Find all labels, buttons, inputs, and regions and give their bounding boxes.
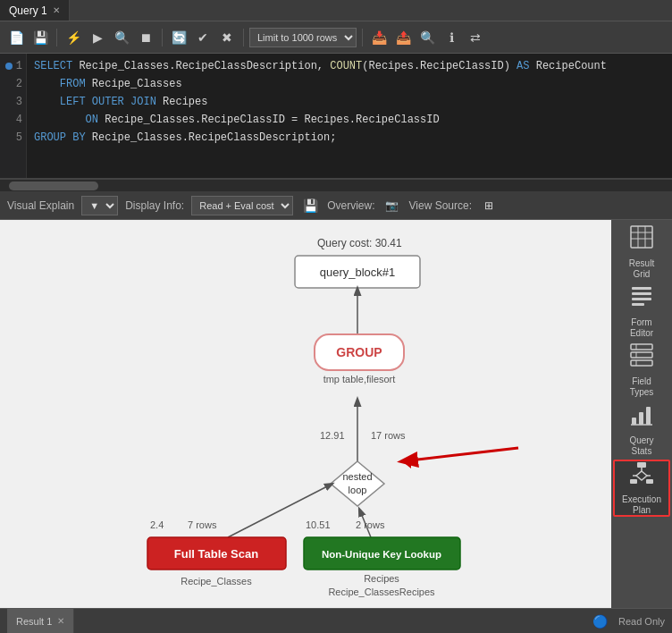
transaction-button[interactable]: 🔄 (168, 27, 189, 48)
field-types-icon (629, 342, 654, 373)
overview-label: Overview: (327, 199, 374, 212)
svg-rect-11 (631, 352, 652, 358)
line-1-number: 1 (5, 57, 22, 75)
horizontal-scrollbar[interactable] (0, 179, 672, 191)
stop-button[interactable]: ⏹ (135, 27, 156, 48)
commit-button[interactable]: ✔ (192, 27, 214, 48)
separator-3 (243, 29, 244, 46)
query-tab[interactable]: Query 1 ✕ (0, 0, 70, 21)
svg-rect-9 (632, 303, 644, 306)
read-only-label: Read Only (618, 616, 665, 627)
svg-rect-17 (639, 412, 643, 425)
query-stats-icon (629, 401, 654, 432)
field-types-label: FieldTypes (630, 376, 654, 398)
status-right: 🔵 Read Only (592, 614, 665, 629)
nested-loop-label-1: nested (342, 471, 372, 482)
tab-bar: Query 1 ✕ (0, 0, 672, 21)
non-unique-key-lookup-label: Non-Unique Key Lookup (322, 549, 441, 560)
visual-explain-label: Visual Explain (7, 199, 74, 212)
view-source-label: View Source: (409, 199, 472, 212)
svg-rect-12 (631, 360, 652, 366)
svg-rect-1 (631, 226, 652, 248)
svg-rect-20 (637, 462, 646, 468)
group-label: GROUP (336, 345, 382, 359)
sidebar-item-field-types[interactable]: FieldTypes (613, 342, 670, 399)
separator-1 (56, 29, 57, 46)
sidebar-item-form-editor[interactable]: FormEditor (613, 283, 670, 340)
result-grid-icon (629, 224, 654, 255)
main-content: Query cost: 30.41 query_block#1 GROUP tm… (0, 220, 672, 608)
result-tab[interactable]: Result 1 ✕ (7, 609, 74, 633)
line-5-number: 5 (5, 129, 22, 147)
rollback-button[interactable]: ✖ (216, 27, 238, 48)
run-button[interactable]: ⚡ (63, 27, 84, 48)
export-button[interactable]: 📤 (392, 27, 414, 48)
explain-bar: Visual Explain ▼ Display Info: Read + Ev… (0, 191, 672, 220)
nuk-rows: 2 rows (356, 519, 385, 530)
line-1-dot (5, 63, 13, 70)
nested-loop-label-2: loop (349, 485, 367, 495)
visual-explain-dropdown[interactable]: ▼ (81, 196, 118, 215)
result-grid-label: ResultGrid (629, 258, 654, 280)
svg-rect-8 (632, 298, 651, 300)
rows-label-17: 17 rows (371, 430, 406, 441)
explain-button[interactable]: 🔍 (111, 27, 132, 48)
execution-plan-label: ExecutionPlan (622, 494, 661, 516)
line-numbers: 1 2 3 4 5 (0, 54, 27, 178)
separator-2 (162, 29, 163, 46)
display-info-select[interactable]: Read + Eval cost (191, 196, 293, 215)
new-query-button[interactable]: 📄 (5, 27, 27, 48)
view-source-button[interactable]: ⊞ (479, 196, 499, 215)
svg-rect-18 (646, 407, 651, 425)
nuk-cost: 10.51 (306, 519, 331, 530)
svg-rect-16 (632, 418, 636, 425)
query-cost-label: Query cost: 30.41 (317, 237, 402, 249)
group-sub-label: tmp table,filesort (323, 374, 396, 384)
result-tab-close[interactable]: ✕ (57, 616, 64, 626)
full-table-scan-label: Full Table Scan (174, 547, 258, 561)
recipes-label: Recipes (364, 573, 399, 584)
line-2-number: 2 (5, 75, 22, 93)
fts-cost: 2.4 (150, 519, 164, 530)
run-selection-button[interactable]: ▶ (87, 27, 108, 48)
recipe-classes-label: Recipe_Classes (181, 576, 252, 587)
limit-select[interactable]: Limit to 1000 rows (249, 28, 357, 47)
fts-rows: 7 rows (188, 519, 217, 530)
editor-area: 1 2 3 4 5 SELECT Recipe_Classes.RecipeCl… (0, 54, 672, 179)
recipe-classes-recipes-label: Recipe_ClassesRecipes (328, 587, 435, 597)
svg-rect-10 (631, 344, 652, 350)
wrap-button[interactable]: ⇄ (465, 27, 486, 48)
svg-rect-7 (632, 292, 651, 295)
sidebar-item-result-grid[interactable]: ResultGrid (613, 224, 670, 281)
execution-plan-diagram: Query cost: 30.41 query_block#1 GROUP tm… (0, 220, 611, 608)
execution-plan-icon (629, 460, 654, 491)
tab-close-icon[interactable]: ✕ (53, 5, 60, 15)
display-info-label: Display Info: (125, 199, 184, 212)
separator-4 (362, 29, 363, 46)
search-button[interactable]: 🔍 (416, 27, 438, 48)
toolbar: 📄 💾 ⚡ ▶ 🔍 ⏹ 🔄 ✔ ✖ Limit to 1000 rows 📥 📤… (0, 21, 672, 54)
query-stats-label: QueryStats (629, 435, 653, 457)
svg-rect-25 (630, 479, 637, 484)
import-button[interactable]: 📥 (368, 27, 390, 48)
scrollbar-thumb[interactable] (9, 181, 98, 190)
code-editor[interactable]: SELECT Recipe_Classes.RecipeClassDescrip… (27, 54, 672, 178)
info-button[interactable]: ℹ (441, 27, 462, 48)
svg-rect-6 (632, 287, 651, 290)
line-3-number: 3 (5, 93, 22, 111)
save-button[interactable]: 💾 (29, 27, 51, 48)
form-editor-label: FormEditor (630, 317, 653, 339)
diagram-area: Query cost: 30.41 query_block#1 GROUP tm… (0, 220, 611, 608)
overview-button[interactable]: 📷 (382, 196, 402, 215)
query-block-label: query_block#1 (320, 266, 396, 279)
sidebar-item-query-stats[interactable]: QueryStats (613, 401, 670, 458)
tab-label: Query 1 (9, 4, 47, 17)
status-bar: Result 1 ✕ 🔵 Read Only (0, 608, 672, 633)
form-editor-icon (629, 283, 654, 314)
sidebar-item-execution-plan[interactable]: ExecutionPlan (613, 460, 670, 517)
svg-marker-22 (636, 471, 647, 480)
right-sidebar: ResultGrid FormEditor (611, 220, 672, 608)
cost-label-1219: 12.91 (320, 430, 345, 441)
save-explain-button[interactable]: 💾 (300, 196, 320, 215)
svg-rect-26 (646, 479, 653, 484)
